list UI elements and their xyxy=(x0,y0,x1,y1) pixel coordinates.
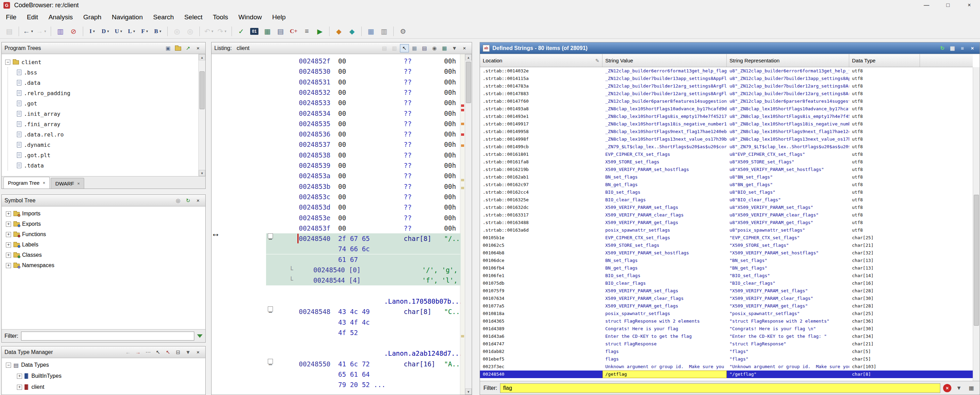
symbol-table-button[interactable]: ▤ xyxy=(274,25,287,37)
copy-icon[interactable]: ▤ xyxy=(380,44,389,52)
scroll-down-icon[interactable]: ▼ xyxy=(199,170,205,176)
pin-icon[interactable]: ◎ xyxy=(173,197,183,205)
string-row[interactable]: .strtab::00163317X509_VERIFY_PARAM_clear… xyxy=(480,211,973,219)
string-row[interactable]: 001062c5X509_STORE_set_flags"X509_STORE_… xyxy=(480,242,973,249)
expander-icon[interactable]: − xyxy=(6,363,11,368)
column-header-string-value[interactable]: String Value xyxy=(603,54,727,67)
column-header-string-representation[interactable]: String Representation xyxy=(727,54,849,67)
listing-row[interactable]: .Lanon.a2ab1248d7... xyxy=(212,348,461,359)
tree-item-datarelro[interactable]: .data.rel.ro xyxy=(2,129,205,140)
scroll-thumb[interactable] xyxy=(974,195,979,326)
close-icon[interactable]: × xyxy=(194,44,202,52)
string-row[interactable]: .strtab::0016219bX509_VERIFY_PARAM_set_h… xyxy=(480,166,973,173)
listing-row[interactable]: 0024853100??00h xyxy=(212,77,461,87)
collapse-all-icon[interactable]: ⊟ xyxy=(173,348,183,356)
string-row[interactable]: 00106fb4BN_get_flags"BN_get_flags"char[1… xyxy=(480,264,973,272)
refresh-icon[interactable]: ↻ xyxy=(184,197,192,205)
menu-graph[interactable]: Graph xyxy=(78,10,107,24)
symbol-tree-item-namespaces[interactable]: +Namespaces xyxy=(2,260,205,271)
expander-icon[interactable]: + xyxy=(6,263,11,268)
listing-row[interactable]: 79 20 52 ... xyxy=(212,379,461,390)
close-icon[interactable]: × xyxy=(194,348,202,356)
tree-item-bss[interactable]: .bss xyxy=(2,67,205,78)
string-row[interactable]: 001075f9X509_VERIFY_PARAM_set_flags"X509… xyxy=(480,287,973,295)
expander-icon[interactable]: + xyxy=(17,385,22,390)
string-row[interactable]: .strtab::00147883_ZN12clap_builder7build… xyxy=(480,90,973,98)
close-button[interactable]: × xyxy=(959,0,980,10)
listing-row[interactable]: 0024853c00??00h xyxy=(212,192,461,202)
maximize-button[interactable]: □ xyxy=(937,0,959,10)
paste-icon[interactable]: ▥ xyxy=(390,44,399,52)
string-row[interactable]: 001064b8X509_VERIFY_PARAM_set_hostflags"… xyxy=(480,249,973,257)
listing-row[interactable]: 0024853600??00h xyxy=(212,129,461,139)
tree-item-fini_array[interactable]: .fini_array xyxy=(2,119,205,129)
string-row[interactable]: .strtab::001632dcX509_VERIFY_PARAM_set_f… xyxy=(480,204,973,211)
string-row-selected[interactable]: 00248540/getflag"/getflag"char[8] xyxy=(480,371,973,378)
string-row[interactable]: 00105b1eEVP_CIPHER_CTX_set_flags"EVP_CIP… xyxy=(480,234,973,242)
tab-close-icon[interactable]: × xyxy=(77,181,80,186)
validate-button[interactable]: ✓ xyxy=(235,25,248,37)
string-row[interactable]: 001075dbBIO_clear_flags"BIO_clear_flags"… xyxy=(480,279,973,287)
previous-type-icon[interactable]: ← xyxy=(124,348,132,356)
menu-help[interactable]: Help xyxy=(267,10,291,24)
nav-label-button[interactable]: L▼ xyxy=(125,25,138,37)
close-icon[interactable]: × xyxy=(194,197,202,205)
listing-content[interactable]: 0024852f00??00h0024853000??00h0024853100… xyxy=(212,54,472,395)
dtm-item-builtintypes[interactable]: +BuiltInTypes xyxy=(2,371,205,382)
listing-row[interactable]: 0024852f00??00h xyxy=(212,56,461,66)
cursor-icon[interactable]: ↖ xyxy=(400,44,409,52)
symbol-tree-item-exports[interactable]: +Exports xyxy=(2,219,205,229)
expand-all-icon[interactable]: ↗ xyxy=(184,44,192,52)
filter-config-icon[interactable] xyxy=(197,334,202,338)
string-row[interactable]: .strtab::00162ab1BN_set_flagsu8"BN_set_f… xyxy=(480,173,973,181)
menu-analysis[interactable]: Analysis xyxy=(43,10,78,24)
listing-row[interactable]: 65 61 64 xyxy=(212,369,461,379)
symbol-tree-item-labels[interactable]: +Labels xyxy=(2,240,205,250)
expander-icon[interactable]: − xyxy=(5,60,10,65)
string-row[interactable]: 0023f3ecUnknown argument or group id. Ma… xyxy=(480,363,973,371)
string-row[interactable]: .strtab::00162cc4BIO_set_flagsu8"BIO_set… xyxy=(480,189,973,196)
settings-button[interactable]: ⚙ xyxy=(396,25,410,37)
listing-row[interactable]: 61 67 xyxy=(212,254,461,265)
expander-icon[interactable]: + xyxy=(6,253,11,258)
string-row[interactable]: .strtab::00163488X509_VERIFY_PARAM_get_f… xyxy=(480,219,973,227)
listing-row[interactable]: └00248540 [0]'/', 'g', ' xyxy=(212,265,461,275)
string-row[interactable]: 001d4747struct FlagResponse"struct FlagR… xyxy=(480,340,973,348)
listing-row[interactable]: 0024853b00??00h xyxy=(212,181,461,192)
nav-instruction-button[interactable]: I▼ xyxy=(86,25,99,37)
menu-tools[interactable]: Tools xyxy=(208,10,233,24)
string-row[interactable]: 001d43a6Enter the CD-KEY to get the flag… xyxy=(480,333,973,340)
expander-icon[interactable]: + xyxy=(17,374,22,379)
export-icon[interactable]: ▤ xyxy=(420,44,429,52)
listing-row[interactable] xyxy=(212,338,461,348)
nav-function-button[interactable]: F▼ xyxy=(138,25,151,37)
menu-icon[interactable]: ≡ xyxy=(958,44,967,52)
clear-filter-icon[interactable]: × xyxy=(943,384,951,392)
menu-search[interactable]: Search xyxy=(148,10,179,24)
string-row[interactable]: 001d4365struct FlagResponse with 2 eleme… xyxy=(480,317,973,325)
listing-row[interactable]: 0024853e00??00h xyxy=(212,213,461,223)
script-manager-button[interactable]: ≡ xyxy=(300,25,313,37)
refresh-icon[interactable]: ↻ xyxy=(938,44,947,52)
tab-dwarf[interactable]: DWARF× xyxy=(51,178,84,189)
bytes-viewer-button[interactable]: 01 xyxy=(248,25,261,37)
listing-row[interactable]: 0024853a00??00h xyxy=(212,171,461,181)
menu-file[interactable]: File xyxy=(1,10,22,24)
menu-select[interactable]: Select xyxy=(179,10,208,24)
tree-item-client[interactable]: −client xyxy=(2,57,205,67)
dropdown-icon[interactable]: ▼ xyxy=(184,348,192,356)
string-row[interactable]: .strtab::00163a6dposix_spawnattr_setflag… xyxy=(480,227,973,234)
expander-icon[interactable]: + xyxy=(6,242,11,247)
listing-row[interactable]: 43 4f 4c xyxy=(212,317,461,327)
nav-data-button[interactable]: D▼ xyxy=(99,25,112,37)
listing-row[interactable]: −0024855041 6c 72char[16]"A... xyxy=(212,359,461,369)
listing-row[interactable]: −0024854843 4c 49char[8]"C... xyxy=(212,306,461,317)
cpp-class-button[interactable]: C+ xyxy=(287,25,300,37)
string-row[interactable]: .strtab::00161801EVP_CIPHER_CTX_set_flag… xyxy=(480,151,973,158)
menu-edit[interactable]: Edit xyxy=(22,10,43,24)
expander-icon[interactable]: + xyxy=(6,222,11,227)
dtm-item-client[interactable]: +client xyxy=(2,382,205,393)
tree-item-got[interactable]: .got xyxy=(2,98,205,109)
column-header-data-type[interactable]: Data Type xyxy=(849,54,920,67)
tree-item-init_array[interactable]: .init_array xyxy=(2,109,205,119)
